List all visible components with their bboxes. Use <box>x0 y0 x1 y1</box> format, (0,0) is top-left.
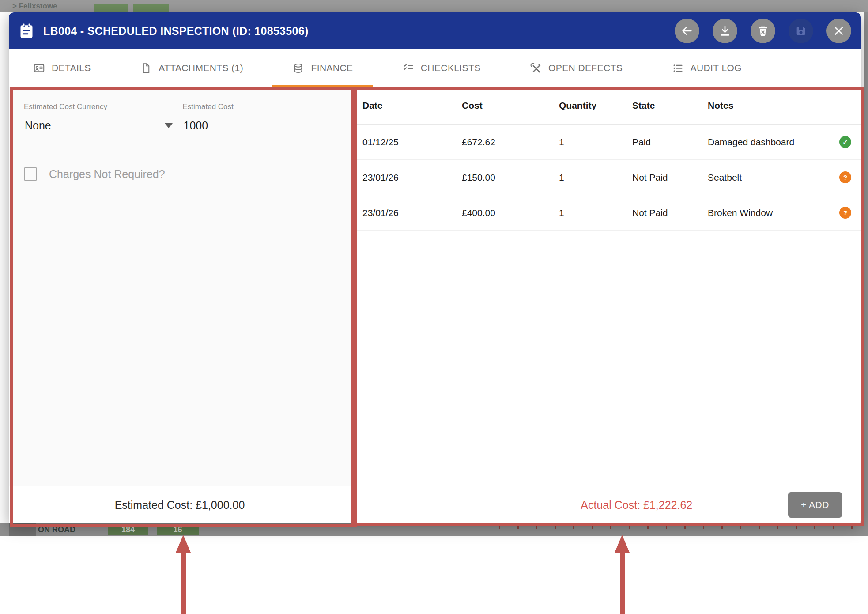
back-arrow-icon <box>681 25 693 37</box>
cost-table-header: Date Cost Quantity State Notes <box>351 87 861 125</box>
currency-select[interactable]: None <box>24 117 177 139</box>
table-row[interactable]: 23/01/26 £150.00 1 Not Paid Seatbelt ? <box>351 160 861 195</box>
background-right-edge <box>864 12 868 536</box>
actual-cost-panel: Date Cost Quantity State Notes 01/12/25 … <box>351 87 861 523</box>
cell-date: 23/01/26 <box>362 172 462 183</box>
modal-header: LB004 - SCHEDULED INSPECTION (ID: 108535… <box>9 12 861 49</box>
checklist-icon <box>402 62 414 74</box>
breadcrumb: > Felixstowe <box>12 0 57 12</box>
actual-cost-footer: Actual Cost: £1,222.62 + ADD <box>351 486 861 523</box>
background-top-strip: > Felixstowe <box>0 0 868 12</box>
chevron-down-icon <box>165 123 173 128</box>
delete-button[interactable] <box>751 19 775 43</box>
table-row[interactable]: 23/01/26 £400.00 1 Not Paid Broken Windo… <box>351 195 861 231</box>
currency-field: Estimated Cost Currency None <box>24 102 177 139</box>
inspection-clipboard-icon <box>19 22 34 40</box>
not-paid-status-icon[interactable]: ? <box>839 171 851 183</box>
header-actions <box>675 19 851 43</box>
download-icon <box>719 25 731 37</box>
add-cost-button[interactable]: + ADD <box>788 492 842 518</box>
annotation-arrow-left <box>175 535 191 614</box>
tab-audit-log[interactable]: AUDIT LOG <box>672 49 742 87</box>
finance-tab-content: Estimated Cost Currency None Estimated C… <box>9 87 861 523</box>
estimated-cost-summary: Estimated Cost: £1,000.00 <box>115 499 245 512</box>
tab-details[interactable]: DETAILS <box>33 49 91 87</box>
cost-table: Date Cost Quantity State Notes 01/12/25 … <box>351 87 861 486</box>
download-button[interactable] <box>713 19 737 43</box>
not-paid-status-icon[interactable]: ? <box>839 207 851 219</box>
crossed-tools-icon <box>530 62 542 74</box>
actual-cost-summary: Actual Cost: £1,222.62 <box>581 499 692 512</box>
paid-status-icon[interactable]: ✓ <box>839 136 851 148</box>
tab-checklists[interactable]: CHECKLISTS <box>402 49 481 87</box>
background-cell <box>9 523 36 536</box>
column-header-date: Date <box>362 100 462 111</box>
tab-label: AUDIT LOG <box>691 63 742 73</box>
tab-label: OPEN DEFECTS <box>548 63 623 73</box>
cell-notes: Broken Window <box>708 208 823 218</box>
annotation-arrow-right <box>614 535 630 614</box>
estimated-cost-field: Estimated Cost <box>183 102 336 139</box>
back-button[interactable] <box>675 19 699 43</box>
column-header-quantity: Quantity <box>559 100 632 111</box>
coins-icon <box>292 62 304 74</box>
tab-label: FINANCE <box>311 63 353 73</box>
charges-not-required-checkbox[interactable] <box>24 167 37 181</box>
column-header-state: State <box>632 100 708 111</box>
currency-field-label: Estimated Cost Currency <box>24 102 177 111</box>
save-floppy-icon <box>795 25 807 37</box>
estimated-cost-panel: Estimated Cost Currency None Estimated C… <box>9 87 351 523</box>
charges-not-required-label: Charges Not Required? <box>49 168 165 181</box>
estimated-cost-field-label: Estimated Cost <box>183 102 336 111</box>
count-badge: 184 <box>108 524 148 535</box>
save-button[interactable] <box>789 19 813 43</box>
estimated-cost-form: Estimated Cost Currency None Estimated C… <box>9 87 351 486</box>
inspection-modal: LB004 - SCHEDULED INSPECTION (ID: 108535… <box>9 12 861 523</box>
cell-state: Not Paid <box>632 208 708 218</box>
id-card-icon <box>33 62 45 74</box>
background-green-bar <box>94 4 128 12</box>
column-header-notes: Notes <box>708 100 823 111</box>
cell-quantity: 1 <box>559 172 632 183</box>
file-icon <box>140 62 152 74</box>
on-road-label: ON ROAD <box>38 523 75 536</box>
tab-finance[interactable]: FINANCE <box>292 49 353 87</box>
charges-not-required-row: Charges Not Required? <box>24 167 336 181</box>
delete-trash-icon <box>757 25 769 37</box>
cell-state: Paid <box>632 137 708 148</box>
tab-label: DETAILS <box>52 63 91 73</box>
tab-open-defects[interactable]: OPEN DEFECTS <box>530 49 623 87</box>
background-green-bar <box>133 4 169 12</box>
cell-cost: £150.00 <box>462 172 559 183</box>
currency-select-value: None <box>25 119 51 132</box>
background-tick-marks <box>499 523 861 529</box>
cell-quantity: 1 <box>559 208 632 218</box>
tab-label: CHECKLISTS <box>421 63 481 73</box>
modal-title: LB004 - SCHEDULED INSPECTION (ID: 108535… <box>43 25 309 38</box>
close-x-icon <box>833 25 845 37</box>
cell-quantity: 1 <box>559 137 632 148</box>
tab-label: ATTACHMENTS (1) <box>159 63 243 73</box>
cell-cost: £672.62 <box>462 137 559 148</box>
estimated-cost-input[interactable] <box>183 117 336 139</box>
cell-date: 23/01/26 <box>362 208 462 218</box>
cell-state: Not Paid <box>632 172 708 183</box>
estimated-cost-footer: Estimated Cost: £1,000.00 <box>9 486 351 523</box>
cell-cost: £400.00 <box>462 208 559 218</box>
table-row[interactable]: 01/12/25 £672.62 1 Paid Damaged dashboar… <box>351 125 861 160</box>
tab-attachments[interactable]: ATTACHMENTS (1) <box>140 49 243 87</box>
close-button[interactable] <box>826 19 851 43</box>
cell-date: 01/12/25 <box>362 137 462 148</box>
cell-notes: Seatbelt <box>708 172 823 183</box>
count-badge: 16 <box>157 524 199 535</box>
tab-bar: DETAILS ATTACHMENTS (1) FINANCE CHECKL <box>9 49 861 87</box>
column-header-cost: Cost <box>462 100 559 111</box>
background-bottom-strip: ON ROAD 184 16 <box>0 523 868 536</box>
list-icon <box>672 62 684 74</box>
cell-notes: Damaged dashboard <box>708 137 823 148</box>
